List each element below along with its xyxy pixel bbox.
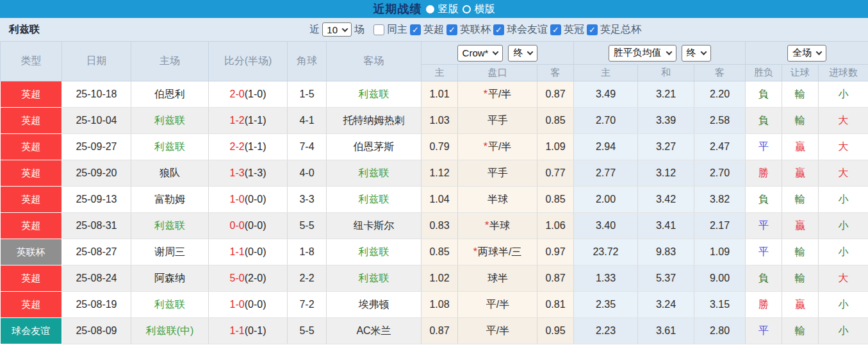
- away-team-name: 利兹联: [359, 273, 389, 283]
- cell-odds-home: 1.02: [422, 265, 458, 292]
- handicap-result-flag: 輸: [795, 325, 805, 336]
- result-flag: 負: [758, 273, 769, 283]
- cell-result: 平: [746, 213, 782, 239]
- cell-handicap-result: 贏: [782, 160, 819, 187]
- table-row: 英超 25-09-20 狼队 1-3(1-3) 4-0 利兹联 1.12 平手 …: [1, 160, 868, 187]
- cell-avg-away: 2.58: [694, 108, 746, 134]
- cell-handicap-result: 輸: [782, 187, 819, 213]
- cell-handicap: 平手: [458, 108, 537, 134]
- table-row: 英超 25-09-13 富勒姆 1-0(0-0) 3-3 利兹联 1.04 半球…: [1, 187, 868, 213]
- halftime-score: (1-1): [245, 141, 266, 152]
- cell-avg-home: 2.00: [574, 187, 638, 213]
- cell-handicap-result: 輸: [782, 318, 819, 344]
- cell-odds-home: 0.83: [422, 213, 458, 239]
- fulltime-score: 1-1: [230, 325, 245, 336]
- cell-corners: 2-2: [288, 265, 327, 292]
- cell-odds-away: 0.77: [537, 160, 574, 187]
- cell-odds-home: 1.01: [422, 81, 458, 108]
- page-title: 近期战绩: [373, 1, 422, 17]
- table-row: 英超 25-10-18 伯恩利 2-0(1-0) 1-5 利兹联 1.01 *平…: [1, 81, 868, 108]
- cell-odds-home: 1.08: [422, 292, 458, 318]
- halftime-score: (2-0): [245, 273, 266, 283]
- cell-corners: 5-5: [288, 318, 327, 344]
- cell-away-team: 利兹联: [327, 187, 422, 213]
- scope-select[interactable]: 全场: [787, 45, 826, 62]
- cell-goals-result: 小: [819, 239, 868, 265]
- cell-handicap: *平/半: [458, 81, 537, 108]
- same-home-checkbox[interactable]: [373, 24, 384, 35]
- competition-checkbox-championship[interactable]: ✓: [550, 24, 561, 35]
- header-score: 比分(半场): [209, 42, 288, 81]
- cell-odds-away: 1.06: [537, 213, 574, 239]
- competition-badge: 英联杯: [1, 239, 62, 265]
- cell-odds-away: 0.97: [537, 239, 574, 265]
- cell-corners: 1-8: [288, 239, 327, 265]
- cell-corners: 7-4: [288, 134, 327, 160]
- fulltime-score: 1-0: [230, 194, 245, 205]
- competition-checkbox-club-friendly[interactable]: ✓: [493, 24, 504, 35]
- cell-avg-home: 2.70: [574, 108, 638, 134]
- avg-metric-select[interactable]: 胜平负均值: [609, 45, 676, 62]
- cell-score: 1-1(0-0): [209, 239, 288, 265]
- cell-avg-home: 2.77: [574, 160, 638, 187]
- goals-flag: 大: [839, 115, 849, 126]
- recent-count-select[interactable]: 10: [322, 22, 352, 37]
- cell-score: 1-1(0-1): [209, 318, 288, 344]
- away-team-name: 托特纳姆热刺: [343, 115, 405, 126]
- avg-stage-select[interactable]: 终: [682, 45, 711, 62]
- cell-home-team: 利兹联: [131, 292, 209, 318]
- cell-avg-home: 1.33: [574, 265, 638, 292]
- handicap-line: 平/半: [488, 88, 511, 99]
- chevron-down-icon: [527, 49, 534, 55]
- odds-stage-select[interactable]: 终: [508, 45, 537, 62]
- home-team-name: 利兹联: [154, 115, 185, 126]
- subheader-avg-home: 主: [574, 65, 638, 81]
- cell-home-team: 狼队: [131, 160, 209, 187]
- chevron-down-icon: [342, 26, 348, 32]
- fulltime-score: 5-0: [230, 273, 245, 283]
- cell-corners: 7-2: [288, 292, 327, 318]
- cell-date: 25-10-04: [62, 108, 131, 134]
- cell-avg-draw: 3.12: [638, 160, 694, 187]
- handicap-result-flag: 贏: [795, 220, 805, 231]
- competition-checkbox-fa-cup[interactable]: ✓: [587, 24, 598, 35]
- away-team-name: 利兹联: [359, 167, 389, 178]
- goals-flag: 大: [839, 273, 849, 283]
- cell-odds-away: 0.85: [537, 108, 574, 134]
- subheader-goals: 进球数: [819, 65, 868, 81]
- handicap-star: *: [484, 88, 487, 99]
- odds-company-select[interactable]: Crow*: [457, 45, 504, 62]
- cell-handicap-result: 贏: [782, 292, 819, 318]
- team-name: 利兹联: [9, 23, 40, 37]
- handicap-result-flag: 輸: [795, 115, 805, 126]
- table-row: 英联杯 25-08-27 谢周三 1-1(0-0) 1-8 利兹联 0.85 *…: [1, 239, 868, 265]
- cell-score: 1-3(1-3): [209, 160, 288, 187]
- competition-label-epl: 英超: [423, 23, 444, 37]
- handicap-result-flag: 贏: [795, 299, 805, 310]
- home-team-name: 利兹联(中): [146, 325, 194, 336]
- competition-badge: 英超: [1, 292, 62, 318]
- layout-radio-horizontal[interactable]: 横版: [475, 3, 495, 16]
- radio-unselected-icon[interactable]: [463, 5, 471, 13]
- away-team-name: AC米兰: [356, 325, 391, 336]
- competition-badge: 英超: [1, 134, 62, 160]
- cell-handicap: 半球: [458, 187, 537, 213]
- recent-label: 近: [309, 23, 320, 37]
- away-team-name: 利兹联: [359, 246, 389, 257]
- cell-odds-away: 0.87: [537, 265, 574, 292]
- competition-checkbox-efl-cup[interactable]: ✓: [446, 24, 457, 35]
- competition-label-fa-cup: 英足总杯: [600, 23, 641, 37]
- cell-avg-home: 3.49: [574, 81, 638, 108]
- layout-radio-vertical[interactable]: 竖版: [438, 3, 459, 16]
- recent-count-value: 10: [327, 24, 338, 35]
- fulltime-score: 1-0: [230, 299, 245, 310]
- chevron-down-icon: [493, 49, 499, 55]
- cell-avg-away: 2.70: [694, 160, 746, 187]
- competition-checkbox-epl[interactable]: ✓: [410, 24, 421, 35]
- cell-away-team: AC米兰: [327, 318, 422, 344]
- cell-result: 負: [746, 108, 782, 134]
- radio-selected-icon[interactable]: [426, 5, 434, 13]
- cell-odds-home: 1.03: [422, 108, 458, 134]
- cell-avg-away: 2.80: [694, 318, 746, 344]
- cell-goals-result: 小: [819, 292, 868, 318]
